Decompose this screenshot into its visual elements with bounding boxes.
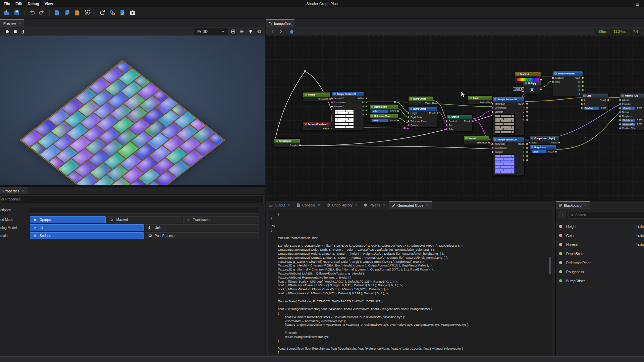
port-tex[interactable] xyxy=(492,143,493,145)
graph-node-texture-coordinate[interactable]: Texture CoordinateResult xyxy=(303,122,332,131)
node-header[interactable]: BumpOffset xyxy=(409,97,433,101)
graph-node-sample-texture-2[interactable]: Sample Texture 2DTexture2DCoordinatesSam… xyxy=(492,97,525,135)
node-header[interactable]: Material (Lit) xyxy=(620,94,644,98)
port-float[interactable] xyxy=(366,114,367,115)
redo-icon[interactable] xyxy=(38,9,46,17)
port-float[interactable] xyxy=(446,120,447,122)
menu-edit[interactable]: Edit xyxy=(13,1,25,6)
value-chip[interactable]: Value xyxy=(532,150,546,153)
tab-generated-code[interactable]: Generated Code✕ xyxy=(389,201,432,209)
menu-debug[interactable]: Debug xyxy=(25,1,42,6)
graph-node-bumpoffset-bool[interactable]: BumpOffsetValue xyxy=(408,96,433,105)
tab-output[interactable]: Output✕ xyxy=(266,201,293,209)
port-float[interactable] xyxy=(408,116,409,118)
close-icon[interactable]: ✕ xyxy=(318,203,321,207)
port-coord[interactable] xyxy=(446,128,447,130)
option-post-process[interactable]: Post Process xyxy=(145,232,259,239)
node-header[interactable]: Sample Gradient xyxy=(553,71,583,76)
port-float[interactable] xyxy=(619,119,621,121)
nav-forward-icon[interactable] xyxy=(277,27,285,36)
graph-node-texsampler[interactable]: TexSamplerSampler xyxy=(274,138,300,147)
port-sampler[interactable] xyxy=(492,151,493,153)
tab-undo-history[interactable]: Undo History✕ xyxy=(323,201,361,209)
graph-node-normal[interactable]: NormalTexture2D xyxy=(464,136,489,145)
copy-icon[interactable] xyxy=(63,9,71,17)
close-icon[interactable]: ✕ xyxy=(288,203,291,207)
value-chip[interactable]: Metalness xyxy=(622,119,635,122)
port-sampler[interactable] xyxy=(331,106,333,107)
port-coord[interactable] xyxy=(446,124,447,126)
node-header[interactable]: Color xyxy=(468,96,492,100)
port-coord[interactable] xyxy=(472,120,473,122)
port-float[interactable] xyxy=(558,142,560,143)
graph-node-branch[interactable]: BranchPredicateResultTrueFalse xyxy=(446,114,473,131)
graph-node-material-output[interactable]: Material (Lit)AlbedoEmissionOpacity1.000… xyxy=(620,93,644,130)
screenshot-icon[interactable] xyxy=(128,9,137,17)
code-scrollbar-thumb[interactable] xyxy=(549,257,551,275)
graph-node-height[interactable]: HeightTexture2D xyxy=(303,92,330,101)
model-shape-icon[interactable] xyxy=(19,27,27,36)
tab-palette[interactable]: Palette✕ xyxy=(361,201,388,209)
option-masked[interactable]: Masked xyxy=(107,216,182,223)
node-header[interactable]: Brightness xyxy=(530,145,556,149)
node-header[interactable]: Sample Texture 2D xyxy=(493,97,524,102)
port-float[interactable] xyxy=(540,88,542,90)
description-field[interactable] xyxy=(30,206,259,214)
graph-node-comparison[interactable]: Comparison ( Eq 0 )InputResult xyxy=(529,136,559,145)
node-header[interactable]: Lerp xyxy=(582,94,608,98)
tab-bumpoffset[interactable]: bumpoffset xyxy=(266,19,294,27)
add-parameter-button[interactable]: + xyxy=(558,211,567,219)
port-float[interactable] xyxy=(366,102,367,103)
port-float[interactable] xyxy=(582,85,584,87)
port-coord[interactable] xyxy=(331,102,333,103)
port-float[interactable] xyxy=(366,110,367,111)
node-header[interactable]: Depth Scale xyxy=(370,105,398,109)
node-header[interactable]: Texture Coordinate xyxy=(303,122,331,126)
port-float[interactable] xyxy=(619,107,621,109)
minimize-button[interactable] xyxy=(627,2,631,6)
port-color[interactable] xyxy=(582,77,584,79)
close-icon[interactable]: ✕ xyxy=(383,203,386,207)
close-icon[interactable]: ✕ xyxy=(18,22,21,25)
graph-node-lerp[interactable]: LerpAResultBFraction0.500 xyxy=(582,93,608,110)
node-header[interactable]: BumpOffset xyxy=(409,107,437,111)
blackboard-item-referenceplane[interactable]: ReferencePlaneFloat xyxy=(556,258,644,267)
port-tex[interactable] xyxy=(331,98,333,99)
port-float[interactable] xyxy=(582,81,584,83)
home-icon[interactable] xyxy=(288,27,296,36)
port-float[interactable] xyxy=(555,151,557,153)
port-normal[interactable] xyxy=(619,111,621,113)
graph-canvas[interactable]: HeightTexture2DTexture CoordinateResultS… xyxy=(266,36,644,200)
menu-file[interactable]: File xyxy=(1,1,12,6)
port-coord[interactable] xyxy=(437,112,438,114)
node-header[interactable]: Normal xyxy=(464,136,489,140)
properties-filter-input[interactable]: er Properties.. xyxy=(0,195,264,203)
cube-shape-icon[interactable] xyxy=(11,27,19,36)
port-float[interactable] xyxy=(432,102,434,104)
port-color[interactable] xyxy=(581,103,583,105)
port-normal[interactable] xyxy=(619,103,621,105)
node-header[interactable]: ReferencePlane xyxy=(370,114,398,118)
port-float[interactable] xyxy=(397,110,399,112)
value-chip[interactable]: Fraction xyxy=(584,107,599,110)
port-float[interactable] xyxy=(526,119,528,121)
tab-console[interactable]: Console✕ xyxy=(293,201,323,209)
undo-icon[interactable] xyxy=(28,9,36,17)
port-color[interactable] xyxy=(607,99,609,101)
tab-properties[interactable]: Properties ✕ xyxy=(0,187,28,194)
compile-settings-icon[interactable] xyxy=(108,9,116,17)
port-float[interactable] xyxy=(619,123,621,125)
graph-node-depth-scale[interactable]: Depth ScaleValue0.125 xyxy=(369,104,398,113)
port-tex[interactable] xyxy=(488,142,490,143)
graph-node-brightness[interactable]: BrightnessValue0.124 xyxy=(529,145,556,154)
blackboard-item-roughness[interactable]: RoughnessFloat xyxy=(556,267,644,276)
graph-node-sample-texture-1[interactable]: Sample Texture 2DTexture2DCoordinatesSam… xyxy=(332,92,364,130)
preview-mode-dropdown[interactable]: 3D xyxy=(194,28,227,35)
close-icon[interactable]: ✕ xyxy=(584,204,587,207)
port-coord[interactable] xyxy=(492,147,493,149)
graph-node-color[interactable]: ColorTexture2D xyxy=(468,96,492,105)
node-header[interactable]: Height xyxy=(303,93,330,97)
port-float[interactable] xyxy=(522,87,524,88)
port-float[interactable] xyxy=(526,151,528,153)
close-icon[interactable]: ✕ xyxy=(355,203,358,207)
